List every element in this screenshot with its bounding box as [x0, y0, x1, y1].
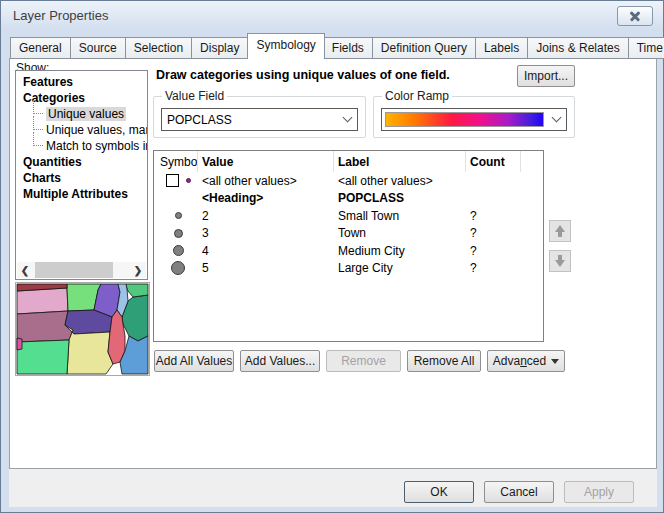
method-description: Draw categories using unique values of o… — [156, 68, 450, 82]
states-map-image — [16, 283, 149, 375]
all-other-values-symbol[interactable] — [186, 178, 191, 183]
color-ramp-group: Color Ramp — [373, 96, 575, 138]
dialog-footer: OK Cancel Apply — [9, 469, 657, 507]
map-preview-thumbnail — [15, 282, 150, 376]
arrow-up-icon — [555, 225, 565, 232]
table-row[interactable]: <Heading> POPCLASS — [154, 190, 543, 208]
cell-value: <all other values> — [198, 174, 334, 188]
dropdown-arrow-icon — [551, 359, 559, 364]
add-all-values-button[interactable]: Add All Values — [154, 350, 234, 372]
cell-label: Medium City — [334, 244, 466, 258]
show-item-quantities[interactable]: Quantities — [16, 154, 147, 170]
show-item-multiple-attributes[interactable]: Multiple Attributes — [16, 186, 147, 202]
show-item-features[interactable]: Features — [16, 74, 147, 90]
scroll-left-icon[interactable]: ❮ — [17, 262, 33, 278]
cell-value: 3 — [198, 226, 334, 240]
tab-definition-query[interactable]: Definition Query — [373, 37, 476, 59]
import-button[interactable]: Import... — [517, 65, 575, 87]
cell-value: <Heading> — [198, 191, 334, 205]
point-symbol[interactable] — [171, 261, 185, 275]
table-row[interactable]: 3 Town ? — [154, 225, 543, 243]
point-symbol[interactable] — [173, 245, 184, 256]
value-field-dropdown[interactable]: POPCLASS — [161, 108, 358, 131]
scroll-track[interactable] — [33, 262, 130, 278]
tab-joins-relates[interactable]: Joins & Relates — [528, 37, 628, 59]
cell-label: Town — [334, 226, 466, 240]
tab-source[interactable]: Source — [71, 37, 126, 59]
cell-label: <all other values> — [334, 174, 466, 188]
move-up-button[interactable] — [549, 220, 571, 242]
cell-label: Large City — [334, 261, 466, 275]
value-field-group: Value Field POPCLASS — [153, 96, 366, 138]
cancel-button[interactable]: Cancel — [484, 481, 554, 503]
tab-fields[interactable]: Fields — [324, 37, 373, 59]
cell-count: ? — [466, 226, 521, 240]
tree-horizontal-scrollbar[interactable]: ❮ ❯ — [17, 262, 146, 278]
tab-general[interactable]: General — [10, 37, 71, 59]
chevron-down-icon[interactable] — [337, 118, 357, 121]
move-down-button[interactable] — [549, 250, 571, 272]
col-header-label: Label — [334, 151, 466, 172]
col-header-value: Value — [198, 151, 334, 172]
point-symbol[interactable] — [174, 229, 183, 238]
layer-properties-dialog: Layer Properties General Source Selectio… — [0, 0, 664, 513]
col-header-count: Count — [466, 151, 521, 172]
chevron-down-icon[interactable] — [546, 118, 566, 121]
scroll-thumb[interactable] — [35, 262, 113, 278]
tab-selection[interactable]: Selection — [126, 37, 192, 59]
cell-count: ? — [466, 261, 521, 275]
cell-count: ? — [466, 244, 521, 258]
remove-all-button[interactable]: Remove All — [407, 350, 481, 372]
tab-time[interactable]: Time — [629, 37, 664, 59]
tab-labels[interactable]: Labels — [476, 37, 528, 59]
cell-count: ? — [466, 209, 521, 223]
show-item-match-symbols[interactable]: Match to symbols in a — [16, 138, 147, 154]
value-field-group-label: Value Field — [162, 89, 227, 103]
show-tree: Features Categories Unique values Unique… — [15, 70, 148, 280]
remove-button: Remove — [326, 350, 401, 372]
value-field-selected: POPCLASS — [162, 113, 337, 127]
symbology-tab-page: Show: Features Categories Unique values … — [9, 58, 657, 469]
color-ramp-dropdown[interactable] — [381, 108, 567, 131]
table-row[interactable]: 4 Medium City ? — [154, 242, 543, 260]
scroll-right-icon[interactable]: ❯ — [130, 262, 146, 278]
table-row[interactable]: <all other values> <all other values> — [154, 172, 543, 190]
tab-strip: General Source Selection Display Symbolo… — [10, 34, 664, 59]
col-header-symbol: Symbol — [154, 151, 198, 172]
advanced-button[interactable]: Advanced — [487, 350, 565, 372]
value-action-buttons: Add All Values Add Values... Remove Remo… — [154, 350, 565, 372]
cell-label: POPCLASS — [334, 191, 466, 205]
tab-symbology[interactable]: Symbology — [247, 33, 324, 59]
titlebar[interactable]: Layer Properties — [1, 1, 663, 31]
ok-button[interactable]: OK — [404, 481, 474, 503]
point-symbol[interactable] — [175, 212, 182, 219]
unique-values-table: Symbol Value Label Count <all other valu… — [153, 150, 544, 342]
cell-value: 5 — [198, 261, 334, 275]
window-title: Layer Properties — [13, 8, 108, 23]
add-values-button[interactable]: Add Values... — [240, 350, 320, 372]
arrow-down-icon — [555, 260, 565, 267]
all-other-values-checkbox[interactable] — [166, 174, 179, 187]
table-row[interactable]: 2 Small Town ? — [154, 207, 543, 225]
apply-button: Apply — [564, 481, 634, 503]
table-header-row: Symbol Value Label Count — [154, 151, 543, 172]
table-row[interactable]: 5 Large City ? — [154, 260, 543, 278]
tab-display[interactable]: Display — [192, 37, 248, 59]
cell-value: 4 — [198, 244, 334, 258]
color-ramp-swatch — [385, 112, 544, 127]
close-button[interactable] — [617, 6, 653, 26]
color-ramp-group-label: Color Ramp — [382, 89, 452, 103]
cell-value: 2 — [198, 209, 334, 223]
show-item-charts[interactable]: Charts — [16, 170, 147, 186]
cell-label: Small Town — [334, 209, 466, 223]
